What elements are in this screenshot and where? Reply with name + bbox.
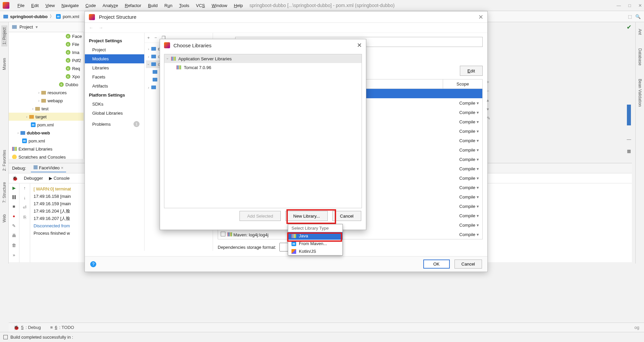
tree-item[interactable]: Dubbo bbox=[65, 82, 78, 87]
minus-icon[interactable]: — bbox=[627, 137, 631, 142]
menu-file[interactable]: File bbox=[14, 3, 28, 8]
wrap-icon[interactable]: ⏎ bbox=[23, 205, 26, 210]
chevron-down-icon[interactable]: ▾ bbox=[36, 24, 38, 30]
remove-icon[interactable]: − bbox=[155, 35, 157, 40]
pause-icon[interactable] bbox=[12, 195, 16, 199]
tree-item[interactable]: File bbox=[72, 42, 79, 47]
tree-item[interactable]: Tomcat 7.0.96 bbox=[184, 65, 211, 70]
library-tree[interactable]: ›Application Server Libraries Tomcat 7.0… bbox=[164, 54, 362, 208]
libtype-maven[interactable]: mFrom Maven... bbox=[288, 240, 342, 247]
add-icon[interactable]: + bbox=[147, 35, 150, 40]
menu-view[interactable]: View bbox=[42, 3, 58, 8]
tool-structure[interactable]: 7: Structure bbox=[2, 182, 7, 203]
sidebar-artifacts[interactable]: Artifacts bbox=[85, 81, 144, 91]
tool-favorites[interactable]: 2: Favorites bbox=[2, 150, 7, 171]
bug-icon[interactable]: 🐞 bbox=[12, 176, 18, 181]
tab-debug[interactable]: 🐞5: Debug bbox=[13, 325, 41, 330]
breadcrumb[interactable]: springboot-dubbo 〉 m pom.xml bbox=[3, 13, 79, 19]
edit-pencil-icon[interactable]: ✎ bbox=[487, 116, 490, 121]
event-log[interactable]: og bbox=[635, 325, 639, 330]
more-icon[interactable]: » bbox=[13, 252, 15, 258]
tool-bean[interactable]: Bean Validation bbox=[638, 79, 642, 107]
play-icon[interactable]: ▶ bbox=[12, 185, 16, 190]
tool-ant[interactable]: Ant bbox=[638, 29, 642, 35]
tree-item[interactable]: Ima bbox=[72, 50, 79, 55]
menu-analyze[interactable]: Analyze bbox=[99, 3, 121, 8]
stop-icon[interactable]: ■ bbox=[13, 204, 15, 209]
minimize-icon[interactable]: — bbox=[616, 3, 621, 8]
tool-database[interactable]: Database bbox=[638, 48, 642, 65]
cancel-button[interactable]: Cancel bbox=[332, 211, 361, 221]
status-icon[interactable] bbox=[3, 335, 8, 339]
up-arrow-icon[interactable]: ▴ bbox=[487, 98, 490, 103]
close-icon[interactable]: ✕ bbox=[357, 42, 362, 49]
sidebar-libraries[interactable]: Libraries bbox=[85, 63, 144, 72]
down-icon[interactable]: ↓ bbox=[23, 195, 26, 200]
record-icon[interactable]: ● bbox=[13, 214, 15, 219]
menu-code[interactable]: Code bbox=[82, 3, 99, 8]
tool-project[interactable]: 1: Project bbox=[1, 25, 7, 47]
tree-item[interactable]: External Libraries bbox=[18, 147, 52, 152]
export-icon[interactable]: ⎘ bbox=[23, 215, 26, 220]
tool-web[interactable]: Web bbox=[2, 214, 7, 222]
tree-item[interactable]: webapp bbox=[48, 98, 63, 103]
debug-config-tab[interactable]: FaceVideo × bbox=[31, 164, 66, 172]
edit-button[interactable]: Edit bbox=[460, 66, 483, 76]
tree-item[interactable]: Xpo bbox=[72, 74, 80, 79]
project-tree[interactable]: cFace cFile cIma cPdf2 cReq cXpo cDubbo … bbox=[9, 32, 84, 159]
sidebar-problems[interactable]: Problems bbox=[92, 122, 111, 127]
close-icon[interactable]: ✕ bbox=[638, 3, 642, 8]
sidebar-modules[interactable]: Modules bbox=[85, 54, 144, 63]
tree-item[interactable]: pom.xml bbox=[29, 138, 45, 144]
menu-help[interactable]: Help bbox=[230, 3, 246, 8]
menu-refactor[interactable]: Refactor bbox=[121, 3, 145, 8]
menu-navigate[interactable]: Navigate bbox=[58, 3, 82, 8]
edit-icon[interactable]: ✎ bbox=[12, 223, 16, 228]
print-icon[interactable]: 🖶 bbox=[12, 233, 16, 238]
menu-build[interactable]: Build bbox=[145, 3, 161, 8]
sidebar-global-libs[interactable]: Global Libraries bbox=[85, 109, 144, 118]
tree-item[interactable]: resources bbox=[48, 90, 67, 95]
tree-item[interactable]: target bbox=[36, 114, 47, 119]
menu-edit[interactable]: Edit bbox=[28, 3, 42, 8]
dialog-close-icon[interactable]: ✕ bbox=[478, 13, 483, 21]
tab-console[interactable]: ▶ Console bbox=[49, 176, 69, 181]
toolbar-icon[interactable]: ⬚ bbox=[628, 14, 632, 19]
tool-maven[interactable]: Maven bbox=[2, 58, 7, 70]
trash-icon[interactable]: 🗑 bbox=[12, 243, 16, 248]
tree-item[interactable]: Pdf2 bbox=[72, 58, 81, 63]
grid-icon[interactable]: ▦ bbox=[627, 149, 631, 154]
sidebar-facets[interactable]: Facets bbox=[85, 72, 144, 81]
sidebar-project[interactable]: Project bbox=[85, 45, 144, 54]
libtype-java[interactable]: Java bbox=[288, 232, 342, 240]
plus-icon[interactable]: + bbox=[487, 79, 490, 84]
search-icon[interactable]: 🔍 bbox=[635, 14, 641, 19]
back-icon[interactable]: ← bbox=[89, 25, 93, 30]
add-selected-button[interactable]: Add Selected bbox=[239, 211, 281, 221]
ok-button[interactable]: OK bbox=[423, 260, 450, 269]
new-library-button[interactable]: New Library... bbox=[285, 211, 327, 221]
menu-vcs[interactable]: VCS bbox=[193, 3, 208, 8]
forward-icon[interactable]: → bbox=[99, 25, 103, 30]
down-arrow-icon[interactable]: ▾ bbox=[487, 107, 490, 112]
tab-todo[interactable]: ≡ 6: TODO bbox=[50, 325, 74, 330]
tree-item[interactable]: pom.xml bbox=[37, 122, 54, 127]
menu-tools[interactable]: Tools bbox=[176, 3, 193, 8]
tree-item[interactable]: Scratches and Consoles bbox=[18, 155, 66, 159]
tree-item[interactable]: Face bbox=[72, 34, 82, 39]
tree-item[interactable]: test bbox=[42, 106, 49, 111]
cancel-button[interactable]: Cancel bbox=[454, 260, 482, 269]
minus-icon[interactable]: − bbox=[487, 89, 490, 94]
info-icon[interactable]: ? bbox=[90, 261, 96, 267]
tab-debugger[interactable]: Debugger bbox=[24, 176, 43, 181]
check-icon[interactable]: ✔ bbox=[627, 23, 632, 31]
tree-group[interactable]: Application Server Libraries bbox=[178, 56, 232, 61]
libtype-kotlin[interactable]: Kotlin/JS bbox=[288, 247, 342, 255]
dep-row[interactable]: Maven: log4j:log4jCompile ▾ bbox=[218, 230, 482, 239]
tree-item[interactable]: Req bbox=[72, 66, 80, 71]
up-icon[interactable]: ↑ bbox=[23, 185, 26, 190]
tree-item[interactable]: dubbo-web bbox=[27, 130, 50, 135]
maximize-icon[interactable]: □ bbox=[628, 3, 631, 8]
sidebar-sdks[interactable]: SDKs bbox=[85, 100, 144, 109]
menu-window[interactable]: Window bbox=[208, 3, 230, 8]
